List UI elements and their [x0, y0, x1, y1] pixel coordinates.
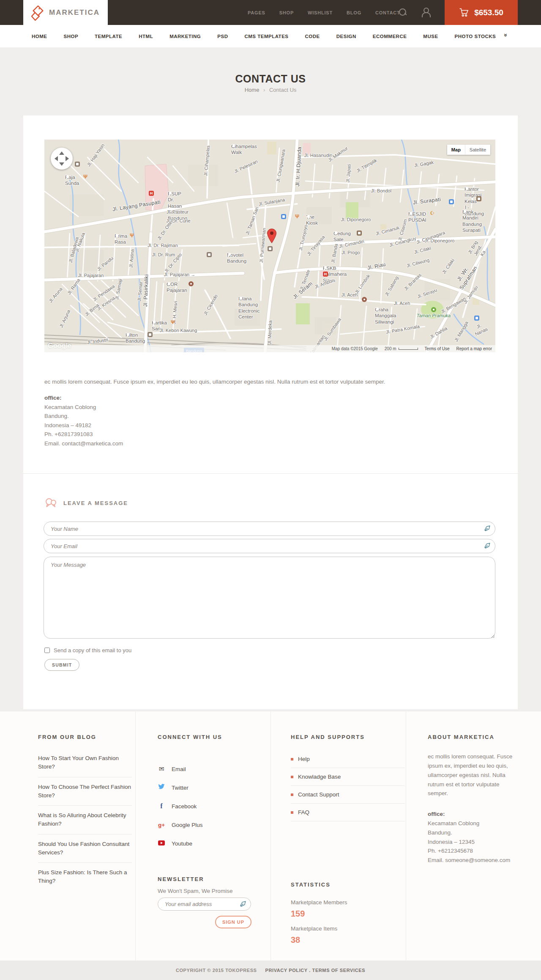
blog-link[interactable]: How To Choose The Perfect Fashion Store? [38, 777, 132, 806]
breadcrumb-current: Contact Us [269, 87, 296, 93]
about-text: ec mollis lorem consequat. Fusce ipsum e… [428, 752, 520, 798]
social-link[interactable]: ✉ f g+ Google Plus [158, 815, 251, 834]
logo[interactable]: MARKETICA [23, 0, 108, 25]
bullet-icon [291, 793, 293, 796]
social-link[interactable]: ✉ f g+ Facebook [158, 797, 251, 815]
map-poi-icon [323, 272, 328, 277]
map-poi-icon [362, 297, 367, 302]
map-poi-icon [83, 174, 88, 179]
cart-button[interactable]: $653.50 [445, 0, 518, 25]
header-nav-item[interactable]: PAGES [248, 10, 265, 15]
map-poi-icon [268, 246, 273, 251]
send-copy-checkbox-row: Send a copy of this email to you [44, 647, 131, 653]
category-nav-item[interactable]: HTML [139, 34, 153, 39]
map-poi-icon [295, 214, 300, 219]
name-input[interactable] [44, 522, 495, 536]
email-icon: ✉ [159, 765, 164, 772]
map-marker-pin[interactable] [267, 228, 277, 245]
send-copy-label: Send a copy of this email to you [54, 647, 131, 653]
category-nav-item[interactable]: HOME [32, 34, 47, 39]
map-poi-icon [170, 320, 175, 325]
blog-link[interactable]: Should You Use Fashion Consultant Servic… [38, 835, 132, 863]
pan-right-arrow-icon[interactable] [66, 156, 69, 161]
map-type-satellite-button[interactable]: Satellite [465, 145, 490, 155]
category-nav-item[interactable]: CODE [305, 34, 320, 39]
category-nav-item[interactable]: ECOMMERCE [373, 34, 407, 39]
category-nav-item[interactable]: SHOP [64, 34, 79, 39]
blog-link[interactable]: Plus Size Fashion: Is There Such a Thing… [38, 863, 132, 891]
help-link[interactable]: FAQ [291, 804, 405, 821]
form-heading-label: LEAVE A MESSAGE [63, 500, 128, 506]
chevron-down-icon[interactable]: » [503, 33, 509, 37]
office-line: Email. contact@marketica.com [44, 439, 123, 448]
pan-down-arrow-icon[interactable] [59, 162, 64, 166]
map-type-map-button[interactable]: Map [447, 145, 465, 155]
category-nav-item[interactable]: TEMPLATE [95, 34, 122, 39]
footer: FROM OUR BLOG How To Start Your Own Fash… [0, 711, 541, 961]
header-nav-item[interactable]: WISHLIST [308, 10, 333, 15]
message-textarea[interactable] [44, 557, 495, 639]
report-error-link[interactable]: Report a map error [456, 346, 492, 351]
send-copy-checkbox[interactable] [44, 648, 50, 653]
help-heading: HELP AND SUPPORTS [291, 734, 365, 740]
category-nav-item[interactable]: PHOTO STOCKS [455, 34, 496, 39]
office-line: Ph. +62817391083 [44, 430, 123, 439]
logo-text: MARKETICA [49, 8, 100, 17]
blog-link[interactable]: What is So Alluring About Celebrity Fash… [38, 806, 132, 835]
office-line: Kecamatan Coblong [44, 403, 123, 412]
map-pan-control[interactable] [51, 148, 73, 170]
page-title: CONTACT US [0, 73, 541, 85]
copyright-text: COPYRIGHT © 2015 TOKOPRESS [176, 968, 257, 973]
help-link[interactable]: Contact Support [291, 786, 405, 804]
about-office-lines: Kecamatan CoblongBandung.Indonesia – 123… [428, 819, 520, 865]
header-nav-item[interactable]: BLOG [347, 10, 361, 15]
social-icon: ✉ f g+ [158, 765, 165, 773]
help-list: Help Knowladge Base Contact Support FAQ [291, 750, 405, 821]
bullet-icon [291, 811, 293, 814]
category-nav-item[interactable]: DESIGN [336, 34, 356, 39]
pan-up-arrow-icon[interactable] [59, 151, 64, 155]
office-line: Indonesia – 49182 [44, 421, 123, 430]
statistic-label: Marketplace Items [291, 925, 347, 932]
email-input[interactable] [44, 539, 495, 553]
signup-button[interactable]: SIGN UP [215, 916, 251, 928]
social-list: ✉ f g+ Email ✉ [158, 760, 251, 853]
map-poi-icon [129, 233, 134, 238]
contact-intro: ec mollis lorem consequat. Fusce ipsum e… [44, 378, 499, 387]
social-link[interactable]: ✉ f g+ Email [158, 760, 251, 778]
help-link[interactable]: Help [291, 750, 405, 768]
category-nav-item[interactable]: MUSE [423, 34, 438, 39]
social-link[interactable]: ✉ f g+ Twitter [158, 778, 251, 797]
terms-link[interactable]: Terms of Use [425, 346, 450, 351]
breadcrumb-home[interactable]: Home [245, 87, 260, 93]
submit-button[interactable]: SUBMIT [44, 659, 79, 671]
header-nav-item[interactable]: SHOP [279, 10, 294, 15]
pan-left-arrow-icon[interactable] [55, 156, 58, 161]
search-icon[interactable] [399, 8, 407, 17]
category-nav-item[interactable]: CMS TEMPLATES [244, 34, 288, 39]
about-office-line: Ph. +6212345678 [428, 846, 520, 856]
user-icon[interactable] [421, 8, 430, 18]
legal-links[interactable]: PRIVACY POLICY . TERMS OF SERVICES [265, 968, 366, 973]
tag-logo-icon [31, 4, 45, 21]
content-card: Cihampelas WalkJl. Haji YasinJl. MakmurJ… [23, 115, 518, 709]
pen-icon [484, 525, 490, 532]
category-nav-item[interactable]: PSD [217, 34, 228, 39]
header-nav: PAGESSHOPWISHLISTBLOGCONTACT [248, 0, 400, 25]
copyright-bar: COPYRIGHT © 2015 TOKOPRESS PRIVACY POLIC… [0, 961, 541, 980]
map-poi-icon [149, 191, 154, 196]
map-poi-icon [148, 332, 153, 337]
category-nav: HOMESHOPTEMPLATEHTMLMARKETINGPSDCMS TEMP… [0, 25, 541, 47]
social-link[interactable]: ✉ f g+ Youtube [158, 834, 251, 853]
category-nav-item[interactable]: MARKETING [169, 34, 201, 39]
help-link[interactable]: Knowladge Base [291, 768, 405, 786]
google-map[interactable]: Cihampelas WalkJl. Haji YasinJl. MakmurJ… [44, 140, 495, 352]
breadcrumb: Home › Contact Us [0, 87, 541, 93]
map-poi-icon [75, 162, 80, 167]
statistics-list: Marketplace Members 159 Marketplace Item… [291, 899, 347, 952]
social-icon: ✉ f g+ [158, 802, 165, 810]
cart-total: $653.50 [474, 8, 503, 17]
blog-link[interactable]: How To Start Your Own Fashion Store? [38, 749, 132, 777]
newsletter-email-input[interactable] [158, 898, 251, 911]
header-nav-item[interactable]: CONTACT [375, 10, 400, 15]
